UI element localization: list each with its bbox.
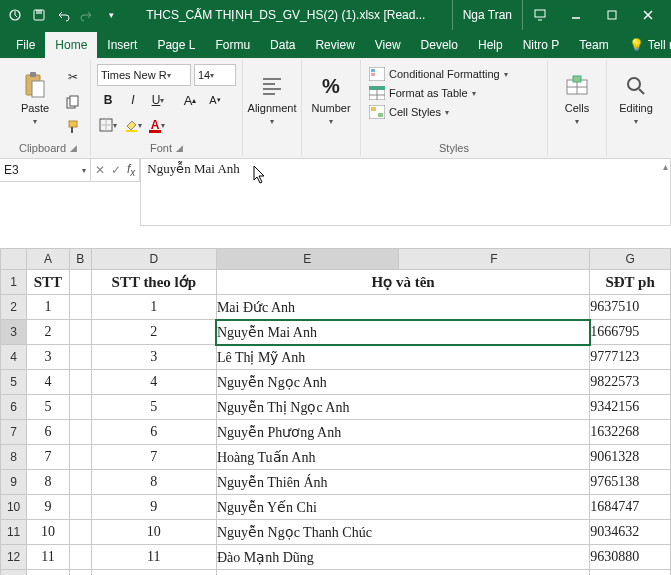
cell[interactable]: 6 [27, 420, 69, 445]
cell[interactable]: 8 [91, 470, 216, 495]
cell[interactable]: 9 [27, 495, 69, 520]
close-icon[interactable] [631, 3, 665, 27]
cell[interactable]: 10 [91, 520, 216, 545]
cell[interactable]: 7 [91, 445, 216, 470]
cell[interactable]: 1666795 [590, 320, 671, 345]
cell[interactable]: 9637510 [590, 295, 671, 320]
copy-icon[interactable] [62, 91, 84, 113]
collapse-formula-icon[interactable]: ▴ [663, 161, 668, 172]
increase-font-icon[interactable]: A▴ [179, 89, 201, 111]
maximize-icon[interactable] [595, 3, 629, 27]
ribbon-options-icon[interactable] [523, 3, 557, 27]
name-box[interactable]: E3▾ [0, 159, 91, 181]
tab-review[interactable]: Review [305, 32, 364, 58]
cell[interactable]: 12 [27, 570, 69, 576]
cell[interactable] [69, 420, 91, 445]
cell[interactable] [69, 470, 91, 495]
cell[interactable]: 9 [91, 495, 216, 520]
cell[interactable]: 9777123 [590, 345, 671, 370]
autosave-icon[interactable] [6, 6, 24, 24]
cell-styles-button[interactable]: Cell Styles▾ [367, 104, 510, 120]
cells-button[interactable]: Cells▾ [554, 64, 600, 134]
tab-file[interactable]: File [6, 32, 45, 58]
cell[interactable]: 3 [91, 345, 216, 370]
italic-button[interactable]: I [122, 89, 144, 111]
save-icon[interactable] [30, 6, 48, 24]
cell[interactable]: Họ và tên [216, 270, 589, 295]
row-header[interactable]: 8 [1, 445, 27, 470]
cell[interactable]: Đào Mạnh Dũng [216, 545, 589, 570]
font-name-select[interactable]: Times New R ▾ [97, 64, 191, 86]
cell[interactable]: 9630880 [590, 545, 671, 570]
cancel-formula-icon[interactable]: ✕ [95, 163, 105, 177]
row-header[interactable]: 13 [1, 570, 27, 576]
cell[interactable]: 1684747 [590, 495, 671, 520]
tell-me[interactable]: 💡Tell me [619, 32, 671, 58]
row-header[interactable]: 9 [1, 470, 27, 495]
cell[interactable]: Nguyễn Thị Ngọc Anh [216, 395, 589, 420]
row-header[interactable]: 1 [1, 270, 27, 295]
tab-develo[interactable]: Develo [411, 32, 468, 58]
qat-customize-icon[interactable]: ▾ [102, 6, 120, 24]
cut-icon[interactable]: ✂ [62, 66, 84, 88]
cell[interactable]: 9034632 [590, 520, 671, 545]
cell[interactable]: 9822573 [590, 370, 671, 395]
row-header[interactable]: 12 [1, 545, 27, 570]
column-header[interactable]: D [91, 249, 216, 270]
cell[interactable]: 9765138 [590, 470, 671, 495]
cell[interactable]: Nguyễn Mai Anh [216, 320, 589, 345]
cell[interactable]: Tạ Khải Đức [216, 570, 589, 576]
cell[interactable]: Nguyễn Ngọc Thanh Chúc [216, 520, 589, 545]
cell[interactable]: 3 [27, 345, 69, 370]
tab-insert[interactable]: Insert [97, 32, 147, 58]
row-header[interactable]: 4 [1, 345, 27, 370]
alignment-button[interactable]: Alignment▾ [249, 64, 295, 134]
cell[interactable]: 8 [27, 470, 69, 495]
column-header[interactable]: G [590, 249, 671, 270]
cell[interactable]: 4 [91, 370, 216, 395]
cell[interactable]: 5 [27, 395, 69, 420]
cell[interactable] [69, 395, 91, 420]
number-button[interactable]: % Number▾ [308, 64, 354, 134]
cell[interactable]: 4 [27, 370, 69, 395]
cell[interactable] [69, 520, 91, 545]
cell[interactable]: 9342156 [590, 395, 671, 420]
cell[interactable]: 11 [91, 545, 216, 570]
minimize-icon[interactable] [559, 3, 593, 27]
cell[interactable] [69, 320, 91, 345]
bold-button[interactable]: B [97, 89, 119, 111]
underline-button[interactable]: U▾ [147, 89, 169, 111]
cell[interactable]: 5 [91, 395, 216, 420]
cell[interactable]: 1 [91, 295, 216, 320]
cell[interactable]: 1 [27, 295, 69, 320]
cell[interactable] [69, 270, 91, 295]
cell[interactable] [69, 345, 91, 370]
user-name[interactable]: Nga Tran [452, 0, 523, 30]
row-header[interactable]: 10 [1, 495, 27, 520]
row-header[interactable]: 3 [1, 320, 27, 345]
row-header[interactable]: 6 [1, 395, 27, 420]
font-launcher-icon[interactable]: ◢ [176, 143, 183, 153]
format-painter-icon[interactable] [62, 116, 84, 138]
cell[interactable]: Hoàng Tuấn Anh [216, 445, 589, 470]
cell[interactable]: Nguyễn Ngọc Anh [216, 370, 589, 395]
cell[interactable] [69, 370, 91, 395]
row-header[interactable]: 5 [1, 370, 27, 395]
conditional-formatting-button[interactable]: Conditional Formatting▾ [367, 66, 510, 82]
cell[interactable]: Nguyễn Phương Anh [216, 420, 589, 445]
cell[interactable]: 9061328 [590, 445, 671, 470]
tab-data[interactable]: Data [260, 32, 305, 58]
paste-button[interactable]: Paste ▾ [12, 64, 58, 134]
tab-team[interactable]: Team [569, 32, 618, 58]
column-header[interactable]: F [398, 249, 590, 270]
tab-nitrop[interactable]: Nitro P [513, 32, 570, 58]
cell[interactable] [69, 445, 91, 470]
clipboard-launcher-icon[interactable]: ◢ [70, 143, 77, 153]
format-table-button[interactable]: Format as Table▾ [367, 85, 510, 101]
font-color-icon[interactable]: A▾ [147, 114, 169, 136]
enter-formula-icon[interactable]: ✓ [111, 163, 121, 177]
cell[interactable]: STT [27, 270, 69, 295]
cell[interactable]: Lê Thị Mỹ Anh [216, 345, 589, 370]
cell[interactable] [69, 570, 91, 576]
cell[interactable]: 9130862 [590, 570, 671, 576]
